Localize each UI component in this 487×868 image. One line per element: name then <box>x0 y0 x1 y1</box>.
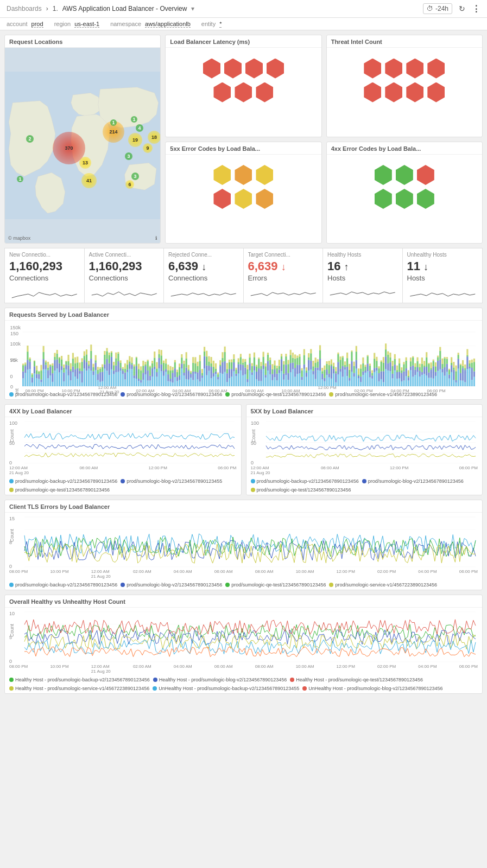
title-chevron[interactable]: ▾ <box>191 5 194 12</box>
legend-item: prod/sumologic-backup-v2/123456789012345… <box>251 478 359 484</box>
tls-chart-area: 08:00 PM 10:00 PM 12:00 AM21 Aug 20 02:0… <box>5 513 482 580</box>
legend-item: prod/sumologic-service-v1/45672238901234… <box>329 392 437 397</box>
metric-rejected-connections-unit: Connections <box>168 274 239 282</box>
hex-cell <box>406 59 423 79</box>
bubble-2: 2 <box>26 135 34 143</box>
metric-unhealthy-hosts-sparkline <box>407 284 478 301</box>
metric-active-connections-value: 1,160,293 <box>89 260 160 273</box>
map-info-icon[interactable]: ℹ <box>155 235 157 241</box>
header-right: ⏱ -24h ↻ ⋮ <box>423 3 480 14</box>
two-col-charts: 4XX by Load Balancer 12:00 AM21 Aug 20 0… <box>4 404 483 495</box>
legend-item: prod/sumologic-blog-v2/1234567890123456 <box>121 582 222 588</box>
healthy-chart-legend: Healthy Host - prod/sumologic-backup-v2/… <box>5 675 482 693</box>
header: Dashboards › 1. AWS Application Load Bal… <box>0 0 487 18</box>
metric-unhealthy-hosts-label: Unhealthy Hosts <box>407 252 478 258</box>
dashboard-title[interactable]: AWS Application Load Balancer - Overview <box>62 5 187 12</box>
filter-entity-label: entity <box>201 21 216 27</box>
filter-region-label: region <box>54 21 71 27</box>
time-range-control[interactable]: ⏱ -24h <box>423 3 452 14</box>
hex-cell <box>267 59 284 79</box>
breadcrumb-sep: › <box>46 5 48 12</box>
filter-entity-value[interactable]: * <box>219 21 222 28</box>
hex-cell <box>375 165 392 185</box>
legend-item: prod/sumologic-qe-test/1234567890123456 <box>251 487 351 493</box>
metric-target-connections-sparkline <box>248 284 319 301</box>
filter-region-value[interactable]: us-east-1 <box>74 21 99 28</box>
menu-icon[interactable]: ⋮ <box>472 4 480 14</box>
metric-active-connections-unit: Connections <box>89 274 160 282</box>
metric-new-connections-sparkline <box>9 284 80 301</box>
requests-served-panel: Requests Served by Load Balancer 150k 10… <box>4 308 483 400</box>
hex-cell <box>224 59 242 79</box>
metric-healthy-hosts-sparkline <box>327 284 398 301</box>
metric-new-connections-label: New Connectio... <box>9 252 80 258</box>
tls-chart-legend: prod/sumologic-backup-v2/123456789012345… <box>5 580 482 590</box>
metric-healthy-hosts-value: 16 ↑ <box>327 260 398 273</box>
4xx-panel: 4xx Error Codes by Load Bala... <box>326 142 483 244</box>
legend-item: Healthy Host - prod/sumologic-qe-test/12… <box>290 677 423 682</box>
requests-chart-area: 150k 100k 50k 0 Count 08:00 PM 10:00 PM <box>5 321 482 390</box>
legend-item: prod/sumologic-blog-v2/1234567890123456 <box>362 478 464 484</box>
hex-cell <box>256 82 273 103</box>
legend-item: Healthy Host - prod/sumologic-backup-v2/… <box>9 677 150 682</box>
4xx-lb-panel: 4XX by Load Balancer 12:00 AM21 Aug 20 0… <box>4 404 242 495</box>
legend-item: prod/sumologic-service-v1/45672238901234… <box>329 582 437 588</box>
filter-region[interactable]: region us-east-1 <box>54 21 100 27</box>
bubble-1a: 1 <box>17 176 23 182</box>
threat-hex-container <box>327 48 482 113</box>
metric-new-connections: New Connectio... 1,160,293 Connections <box>5 248 85 303</box>
bubble-18: 18 <box>148 131 160 144</box>
bubble-6: 6 <box>125 180 134 189</box>
legend-item: Healthy Host - prod/sumologic-blog-v2/12… <box>153 677 287 682</box>
5xx-lb-legend: prod/sumologic-backup-v2/123456789012345… <box>246 476 483 495</box>
filter-namespace-label: namespace <box>110 21 141 27</box>
metric-unhealthy-hosts: Unhealthy Hosts 11 ↓ Hosts <box>403 248 483 303</box>
hex-cell <box>235 82 252 103</box>
4xx-hex-container <box>327 155 482 220</box>
metric-rejected-connections-label: Rejected Conne... <box>168 252 239 258</box>
bubble-9: 9 <box>143 143 153 153</box>
request-locations-panel: Request Locations <box>4 35 161 244</box>
latency-panel: Load Balancer Latency (ms) <box>165 35 321 137</box>
mapbox-label: © mapbox <box>8 235 30 241</box>
legend-item: Healthy Host - prod/sumologic-service-v1… <box>9 686 149 691</box>
metric-target-connections-value: 6,639 ↓ <box>248 260 319 273</box>
filter-namespace[interactable]: namespace aws/applicationlb <box>110 21 191 27</box>
bubble-13: 13 <box>79 157 91 169</box>
bubble-3b: 3 <box>131 173 139 180</box>
filter-namespace-value[interactable]: aws/applicationlb <box>145 21 191 28</box>
legend-item: UnHealthy Host - prod/sumologic-blog-v2/… <box>302 686 442 691</box>
hex-cell <box>375 189 392 209</box>
filter-entity[interactable]: entity * <box>201 21 222 27</box>
5xx-lb-panel: 5XX by Load Balancer 12:00 AM21 Aug 20 0… <box>246 404 483 495</box>
refresh-icon[interactable]: ↻ <box>459 4 465 13</box>
hex-cell <box>256 165 273 185</box>
threat-intel-panel: Threat Intel Count <box>326 35 483 137</box>
hex-cell <box>364 82 381 103</box>
hex-cell <box>364 59 381 79</box>
filter-account-value[interactable]: prod <box>31 21 43 28</box>
hex-cell <box>396 189 413 209</box>
hex-cell <box>417 189 434 209</box>
metric-active-connections-sparkline <box>89 284 160 301</box>
bubble-1b: 1 <box>110 119 117 126</box>
healthy-unhealthy-panel: Overall Healthy vs Unhealthy Host Count … <box>4 595 483 694</box>
hex-cell <box>245 59 263 79</box>
5xx-lb-title: 5XX by Load Balancer <box>246 405 483 417</box>
healthy-unhealthy-title: Overall Healthy vs Unhealthy Host Count <box>5 595 482 608</box>
bubble-3a: 3 <box>125 152 132 160</box>
requests-served-title: Requests Served by Load Balancer <box>5 308 482 321</box>
hex-cell <box>396 165 413 185</box>
metric-target-connections-unit: Errors <box>248 274 319 282</box>
legend-item: prod/sumologic-blog-v2/1234567890123455 <box>121 478 222 484</box>
legend-item: UnHealthy Host - prod/sumologic-backup-v… <box>153 686 299 691</box>
hex-cell <box>235 189 252 209</box>
filter-account[interactable]: account prod <box>7 21 43 27</box>
legend-item: prod/sumologic-qe-test/1234567890123456 <box>225 582 326 588</box>
metric-unhealthy-hosts-unit: Hosts <box>407 274 478 282</box>
metric-unhealthy-hosts-value: 11 ↓ <box>407 260 478 273</box>
legend-item: prod/sumologic-backup-v2/123456789012345… <box>9 392 117 397</box>
breadcrumb[interactable]: Dashboards <box>7 5 42 12</box>
metric-target-connections: Target Connecti... 6,639 ↓ Errors <box>244 248 324 303</box>
5xx-hex-container <box>166 155 321 220</box>
